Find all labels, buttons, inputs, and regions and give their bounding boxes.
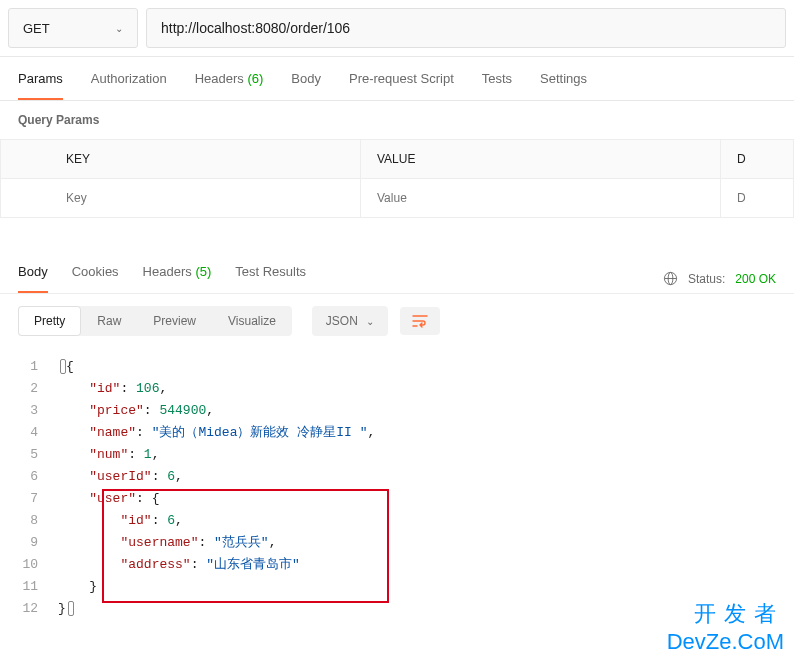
param-value-input[interactable]: [377, 191, 704, 205]
tab-params[interactable]: Params: [18, 71, 63, 100]
col-header-value: VALUE: [361, 140, 721, 179]
code-line: 8 "id": 6,: [18, 510, 776, 532]
code-line: 2 "id": 106,: [18, 378, 776, 400]
request-bar: GET ⌄: [0, 0, 794, 57]
tab-prerequest[interactable]: Pre-request Script: [349, 71, 454, 100]
line-number: 7: [18, 488, 58, 510]
param-key-input[interactable]: [66, 191, 344, 205]
code-content: "address": "山东省青岛市": [58, 554, 300, 576]
code-line: 11 }: [18, 576, 776, 598]
view-mode-tabs: Pretty Raw Preview Visualize: [18, 306, 292, 336]
view-visualize[interactable]: Visualize: [212, 306, 292, 336]
code-line: 4 "name": "美的（Midea）新能效 冷静星II ",: [18, 422, 776, 444]
wrap-lines-button[interactable]: [400, 307, 440, 335]
col-header-desc: D: [721, 140, 794, 179]
line-number: 6: [18, 466, 58, 488]
tab-headers[interactable]: Headers (6): [195, 71, 264, 100]
format-select[interactable]: JSON ⌄: [312, 306, 388, 336]
resp-tab-test-results[interactable]: Test Results: [235, 264, 306, 293]
code-content: "price": 544900,: [58, 400, 214, 422]
response-header: Body Cookies Headers (5) Test Results St…: [0, 248, 794, 293]
col-header-key: KEY: [1, 140, 361, 179]
http-method-value: GET: [23, 21, 50, 36]
line-number: 9: [18, 532, 58, 554]
tab-tests[interactable]: Tests: [482, 71, 512, 100]
view-preview[interactable]: Preview: [137, 306, 212, 336]
line-number: 1: [18, 356, 58, 378]
http-method-select[interactable]: GET ⌄: [8, 8, 138, 48]
tab-settings[interactable]: Settings: [540, 71, 587, 100]
url-input[interactable]: [146, 8, 786, 48]
tab-authorization[interactable]: Authorization: [91, 71, 167, 100]
view-pretty[interactable]: Pretty: [18, 306, 81, 336]
code-line: 5 "num": 1,: [18, 444, 776, 466]
line-number: 5: [18, 444, 58, 466]
code-line: 7 "user": {: [18, 488, 776, 510]
code-content: "id": 6,: [58, 510, 183, 532]
table-row: [1, 179, 794, 218]
view-raw[interactable]: Raw: [81, 306, 137, 336]
status-block: Status: 200 OK: [663, 271, 776, 286]
line-number: 8: [18, 510, 58, 532]
chevron-down-icon: ⌄: [115, 23, 123, 34]
code-content: "username": "范兵兵",: [58, 532, 276, 554]
code-line: 9 "username": "范兵兵",: [18, 532, 776, 554]
wrap-icon: [412, 314, 428, 328]
viewer-bar: Pretty Raw Preview Visualize JSON ⌄: [0, 293, 794, 348]
status-value: 200 OK: [735, 272, 776, 286]
code-content: "userId": 6,: [58, 466, 183, 488]
line-number: 12: [18, 598, 58, 620]
code-line: 12}: [18, 598, 776, 620]
resp-tab-headers[interactable]: Headers (5): [143, 264, 212, 293]
code-line: 6 "userId": 6,: [18, 466, 776, 488]
code-content: }: [58, 576, 97, 598]
status-label: Status:: [688, 272, 725, 286]
code-line: 1{: [18, 356, 776, 378]
globe-icon: [663, 271, 678, 286]
code-content: "name": "美的（Midea）新能效 冷静星II ",: [58, 422, 375, 444]
code-line: 10 "address": "山东省青岛市": [18, 554, 776, 576]
table-header-row: KEY VALUE D: [1, 140, 794, 179]
code-line: 3 "price": 544900,: [18, 400, 776, 422]
code-content: {: [58, 356, 74, 378]
tab-body[interactable]: Body: [291, 71, 321, 100]
resp-tab-body[interactable]: Body: [18, 264, 48, 293]
code-content: }: [58, 598, 74, 620]
line-number: 11: [18, 576, 58, 598]
param-desc-input[interactable]: [737, 191, 777, 205]
chevron-down-icon: ⌄: [366, 316, 374, 327]
code-content: "id": 106,: [58, 378, 167, 400]
line-number: 2: [18, 378, 58, 400]
line-number: 10: [18, 554, 58, 576]
line-number: 4: [18, 422, 58, 444]
code-content: "num": 1,: [58, 444, 159, 466]
query-params-table: KEY VALUE D: [0, 139, 794, 218]
response-tabs: Body Cookies Headers (5) Test Results: [18, 264, 306, 293]
request-tabs: Params Authorization Headers (6) Body Pr…: [0, 57, 794, 101]
line-number: 3: [18, 400, 58, 422]
watermark: 开发者 DevZe.CoM: [667, 599, 784, 655]
code-content: "user": {: [58, 488, 159, 510]
query-params-title: Query Params: [0, 101, 794, 139]
resp-tab-cookies[interactable]: Cookies: [72, 264, 119, 293]
